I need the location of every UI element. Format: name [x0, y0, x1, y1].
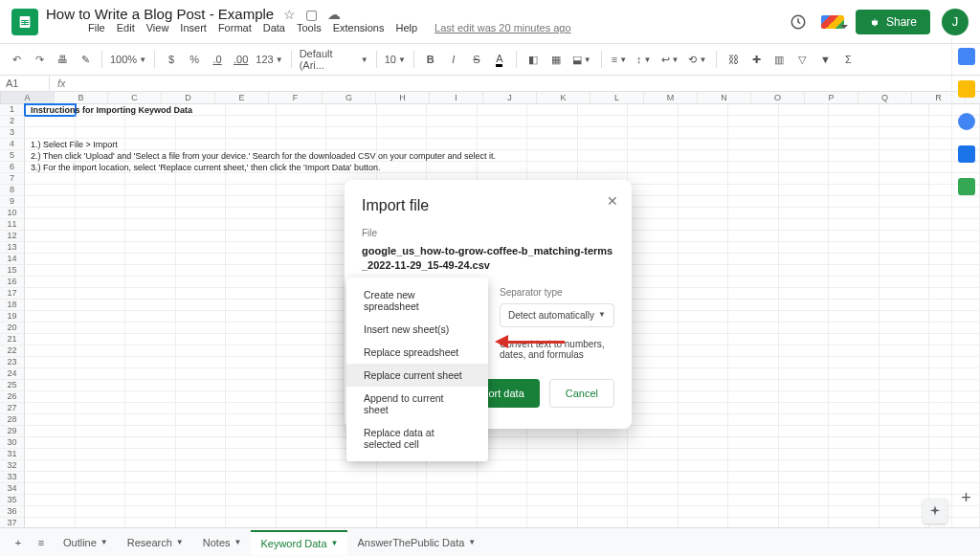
- import-location-option[interactable]: Replace data at selected cell: [346, 421, 488, 456]
- import-location-option[interactable]: Replace current sheet: [346, 364, 488, 387]
- modal-backdrop: Import file ✕ File google_us_how-to-grow…: [0, 0, 980, 556]
- file-label: File: [362, 228, 614, 238]
- annotation-arrow: [488, 335, 565, 348]
- import-location-option[interactable]: Replace spreadsheet: [346, 341, 488, 364]
- import-location-option[interactable]: Create new spreadsheet: [346, 283, 488, 318]
- import-location-option[interactable]: Insert new sheet(s): [346, 318, 488, 341]
- separator-select[interactable]: Detect automatically▼: [500, 303, 614, 327]
- import-location-option[interactable]: Append to current sheet: [346, 387, 488, 421]
- file-name: google_us_how-to-grow-coffee-b_matching-…: [362, 244, 614, 274]
- import-location-dropdown: Create new spreadsheetInsert new sheet(s…: [346, 278, 488, 461]
- cancel-button[interactable]: Cancel: [549, 379, 614, 408]
- close-icon[interactable]: ✕: [607, 193, 618, 209]
- separator-label: Separator type: [500, 287, 614, 298]
- dialog-title: Import file: [362, 197, 614, 214]
